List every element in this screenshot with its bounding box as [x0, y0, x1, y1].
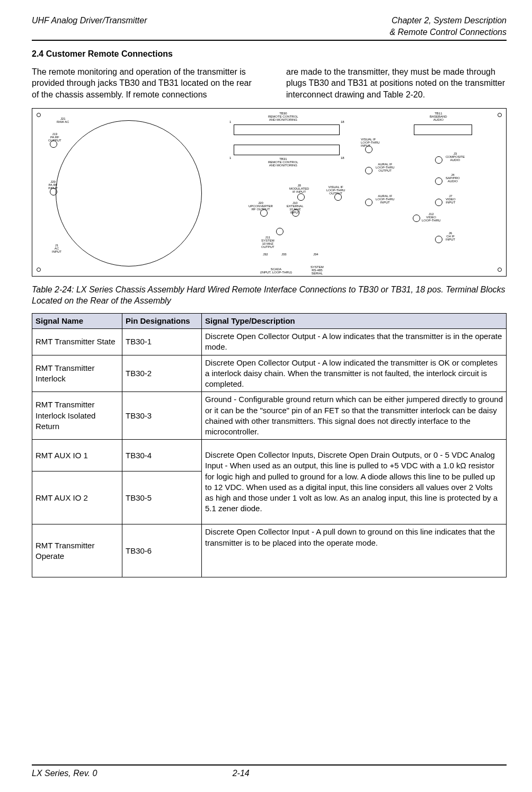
label-j1: J1ACINPUT — [52, 244, 61, 254]
cell-desc: Discrete Open Collector Output - A low i… — [202, 329, 507, 355]
label-j32: J32 — [263, 253, 268, 256]
connector-icon — [413, 215, 420, 222]
label-j6: J6CH IFINPUT — [446, 232, 455, 242]
cell-signal: RMT Transmitter Operate — [32, 524, 122, 577]
connections-table: Signal Name Pin Designations Signal Type… — [32, 313, 507, 578]
header-rule — [32, 40, 507, 41]
table-header-row: Signal Name Pin Designations Signal Type… — [32, 313, 507, 328]
footer-rule — [32, 764, 507, 766]
label-tb11: TB11BASEBANDAUDIO — [430, 112, 447, 122]
label-j7: J7VIDEOINPUT — [446, 194, 456, 204]
mount-hole-icon — [37, 268, 41, 272]
label-pin18: 18 — [341, 156, 344, 159]
cell-pin: TB30-6 — [122, 524, 202, 577]
cell-signal: RMT Transmitter Interlock — [32, 355, 122, 392]
cell-desc: Discrete Open Collector Output - A low i… — [202, 355, 507, 392]
label-j29: J29PA RFINPUT — [48, 180, 58, 190]
page: UHF Analog Driver/Transmitter Chapter 2,… — [0, 0, 532, 792]
chassis-rear-figure: J21RAW AC J13PA RFOUTPUT J29PA RFINPUT J… — [32, 108, 507, 277]
connector-icon — [435, 177, 442, 185]
connector-icon — [297, 193, 305, 201]
th-desc: Signal Type/Description — [202, 313, 507, 328]
table-row: RMT Transmitter State TB30-1 Discrete Op… — [32, 329, 507, 355]
body-columns: The remote monitoring and operation of t… — [32, 66, 507, 101]
label-j11: J11SYSTEM10 MHZOUTPUT — [261, 236, 274, 249]
mount-hole-icon — [37, 113, 41, 117]
label-j8: J8MODULATEDIF INPUT — [289, 184, 309, 194]
label-j15: VISUAL IFLOOP-THRUINPUT — [361, 138, 379, 148]
header-right-line2: & Remote Control Connections — [389, 26, 507, 38]
th-pin: Pin Designations — [122, 313, 202, 328]
mount-hole-icon — [498, 113, 502, 117]
cell-desc: Discrete Open Collector Input - A pull d… — [202, 524, 507, 577]
connector-icon — [435, 236, 442, 243]
cell-signal: RMT AUX IO 2 — [32, 471, 122, 524]
page-header: UHF Analog Driver/Transmitter Chapter 2,… — [32, 15, 507, 38]
connector-icon — [435, 199, 442, 206]
cell-pin: TB30-5 — [122, 471, 202, 524]
table-caption: Table 2-24: LX Series Chassis Assembly H… — [32, 284, 507, 307]
tb31-block — [234, 145, 340, 155]
label-j3: J3COMPOSITEAUDIO — [446, 152, 465, 162]
label-j13: J13PA RFOUTPUT — [48, 132, 61, 143]
tb11-block — [414, 124, 472, 135]
body-col-1: The remote monitoring and operation of t… — [32, 66, 252, 101]
cell-signal: RMT Transmitter Interlock Isolated Retur… — [32, 392, 122, 440]
cell-desc: Ground - Configurable ground return whic… — [202, 392, 507, 440]
section-title: 2.4 Customer Remote Connections — [32, 48, 507, 60]
cell-signal: RMT Transmitter State — [32, 329, 122, 355]
label-rs485: SYSTEMRS-485SERIAL — [311, 265, 324, 275]
label-j4: J4SAP/PROAUDIO — [446, 173, 460, 183]
footer-page-number: 2-14 — [169, 768, 370, 779]
mount-hole-icon — [498, 268, 502, 272]
label-j18: VISUAL IFLOOP-THRUOUTPUT — [326, 185, 345, 195]
label-j19: AURAL IFLOOP-THRUINPUT — [376, 194, 394, 204]
footer-right — [369, 768, 507, 779]
header-right: Chapter 2, System Description & Remote C… — [389, 15, 507, 38]
label-pin18: 18 — [341, 120, 344, 123]
table-row: RMT Transmitter Interlock Isolated Retur… — [32, 392, 507, 440]
body-col-2: are made to the transmitter, they must b… — [286, 66, 507, 101]
label-tb30: TB30REMOTE CONTROLAND MONITORING — [268, 112, 298, 122]
label-j12: J12VIDEOLOOP-THRU — [422, 212, 440, 223]
cell-pin: TB30-3 — [122, 392, 202, 440]
cell-signal: RMT AUX IO 1 — [32, 440, 122, 471]
footer-left: LX Series, Rev. 0 — [32, 768, 169, 779]
th-signal: Signal Name — [32, 313, 122, 328]
label-j14: AURAL IFLOOP-THRUOUTPUT — [376, 163, 394, 173]
table-row: RMT Transmitter Operate TB30-6 Discrete … — [32, 524, 507, 577]
cell-desc-merged: Discrete Open Collector Inputs, Discrete… — [202, 440, 507, 524]
label-j34: J34 — [313, 253, 318, 256]
label-j33: J33 — [281, 253, 287, 256]
cell-pin: TB30-1 — [122, 329, 202, 355]
label-j21: J21RAW AC — [57, 117, 69, 124]
label-tb31: TB31REMOTE CONTROLAND MONITORING — [268, 157, 298, 167]
table-row: RMT Transmitter Interlock TB30-2 Discret… — [32, 355, 507, 392]
header-left: UHF Analog Driver/Transmitter — [32, 15, 147, 38]
label-scada: SCADA(INPUT, LOOP-THRU) — [260, 268, 292, 274]
connector-icon — [365, 199, 373, 206]
fan-cutout-icon — [56, 120, 202, 266]
connector-icon — [276, 228, 283, 235]
table-row: RMT AUX IO 1 TB30-4 Discrete Open Collec… — [32, 440, 507, 471]
connector-icon — [435, 156, 442, 164]
label-pin1: 1 — [229, 120, 231, 123]
tb30-block — [234, 124, 340, 135]
label-j20: J20UPCONVERTERRF OUTPUT — [249, 201, 273, 211]
label-j10: J10EXTERNAL10 MHZINPUT — [287, 201, 304, 215]
cell-pin: TB30-4 — [122, 440, 202, 471]
header-right-line1: Chapter 2, System Description — [389, 15, 507, 26]
label-pin1: 1 — [229, 156, 231, 159]
connector-icon — [365, 167, 373, 174]
page-footer: LX Series, Rev. 0 2-14 — [32, 761, 507, 779]
cell-pin: TB30-2 — [122, 355, 202, 392]
